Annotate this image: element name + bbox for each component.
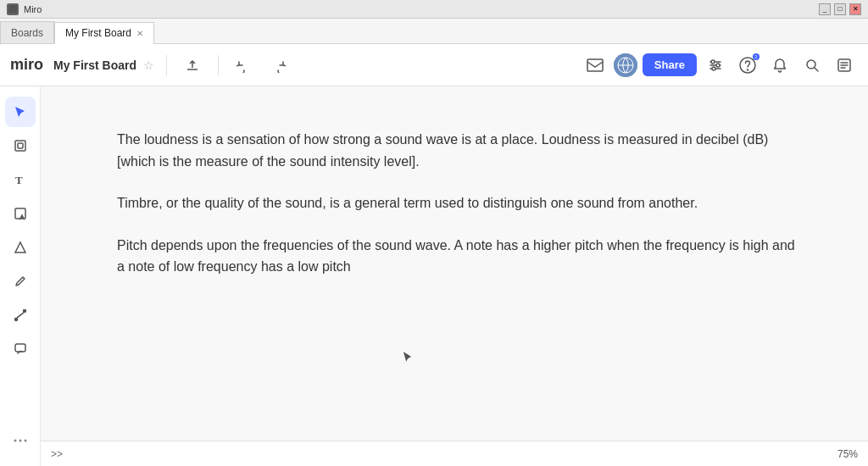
undo-button[interactable] [231, 52, 258, 79]
canvas-area[interactable]: The loudness is a sensation of how stron… [41, 86, 868, 466]
svg-rect-0 [8, 5, 17, 14]
minimize-button[interactable]: _ [819, 3, 831, 15]
svg-point-6 [712, 67, 715, 70]
mouse-cursor [401, 349, 415, 369]
svg-point-18 [14, 440, 16, 442]
svg-point-15 [14, 319, 17, 321]
invite-button[interactable] [581, 52, 609, 79]
svg-point-20 [24, 440, 26, 442]
canvas-content: The loudness is a sensation of how stron… [117, 129, 795, 298]
tool-cursor[interactable] [5, 97, 36, 127]
tab-my-first-board-label: My First Board [65, 27, 131, 39]
title-bar-text: Miro [24, 4, 814, 14]
tool-connector[interactable] [5, 300, 36, 330]
tool-comment[interactable] [5, 334, 36, 364]
favorite-icon[interactable]: ☆ [143, 58, 154, 72]
tab-boards[interactable]: Boards [0, 21, 54, 43]
svg-point-5 [716, 64, 720, 67]
redo-button[interactable] [264, 52, 292, 79]
close-button[interactable]: ✕ [849, 3, 861, 15]
toolbar-right: Share 2 [581, 52, 858, 79]
tool-sticky[interactable] [5, 198, 36, 229]
board-title: My First Board [53, 58, 136, 72]
svg-rect-11 [15, 141, 25, 151]
svg-point-16 [23, 310, 25, 313]
search-button[interactable] [798, 52, 826, 79]
tab-my-first-board[interactable]: My First Board ✕ [54, 22, 154, 44]
share-button[interactable]: Share [643, 53, 697, 76]
tab-boards-label: Boards [11, 27, 43, 39]
main-area: T [0, 86, 868, 466]
toolbar-separator-1 [166, 55, 167, 75]
expand-icon: >> [51, 448, 63, 460]
svg-rect-14 [15, 208, 25, 219]
svg-rect-1 [587, 59, 603, 71]
upload-button[interactable] [179, 52, 206, 79]
app-icon [7, 3, 19, 15]
tab-bar: Boards My First Board ✕ [0, 19, 868, 44]
toolbar-separator-2 [218, 55, 219, 75]
svg-rect-17 [15, 344, 25, 352]
tool-frames[interactable] [5, 130, 36, 161]
paragraph-3: Pitch depends upon the frequencies of th… [117, 235, 795, 278]
svg-rect-12 [18, 143, 23, 148]
tab-close-icon[interactable]: ✕ [136, 29, 143, 38]
zoom-level: 75% [837, 448, 858, 460]
collaborator-avatar [614, 53, 637, 77]
left-toolbar: T [0, 86, 41, 466]
svg-point-19 [19, 440, 21, 442]
title-bar: Miro _ □ ✕ [0, 0, 868, 19]
board-info-button[interactable] [831, 52, 858, 79]
paragraph-2: Timbre, or the quality of the sound, is … [117, 192, 795, 214]
miro-logo: miro [10, 56, 43, 74]
svg-point-8 [748, 69, 748, 70]
notifications-button[interactable] [766, 52, 793, 79]
tool-more[interactable] [5, 425, 36, 456]
tool-shapes[interactable] [5, 232, 36, 263]
bottom-bar: >> 75% [41, 441, 868, 466]
tool-text[interactable]: T [5, 164, 36, 195]
svg-point-4 [711, 60, 715, 64]
expand-panel-button[interactable]: >> [51, 448, 63, 460]
svg-text:T: T [15, 174, 23, 186]
paragraph-1: The loudness is a sensation of how stron… [117, 129, 795, 172]
tool-pen[interactable] [5, 266, 36, 297]
main-toolbar: miro My First Board ☆ [0, 44, 868, 86]
maximize-button[interactable]: □ [834, 3, 846, 15]
help-button[interactable]: 2 [734, 52, 761, 79]
window-controls[interactable]: _ □ ✕ [819, 3, 861, 15]
settings-button[interactable] [702, 52, 729, 79]
notification-badge: 2 [753, 53, 760, 60]
